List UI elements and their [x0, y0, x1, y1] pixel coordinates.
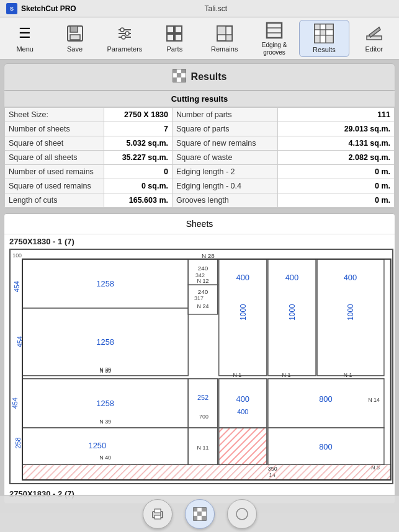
- cutting-results-title: Cutting results: [4, 91, 395, 107]
- save-label: Save: [67, 45, 83, 53]
- main-toolbar: ☰ Menu Save Parameters Parts Remains Edg…: [0, 17, 399, 60]
- parameters-icon: [113, 23, 137, 45]
- svg-rect-105: [194, 508, 197, 512]
- svg-rect-113: [202, 516, 206, 520]
- page-content: Results Cutting results Sheet Size: 2750…: [0, 60, 399, 513]
- svg-rect-22: [326, 24, 333, 30]
- svg-rect-23: [315, 30, 320, 35]
- svg-text:258: 258: [14, 437, 22, 448]
- label-sq-new-remains: Square of new remains: [173, 136, 278, 151]
- parts-label: Parts: [166, 45, 182, 53]
- print-button[interactable]: [143, 499, 173, 529]
- svg-text:N 1: N 1: [233, 372, 241, 378]
- label-num-sheets: Number of sheets: [5, 122, 104, 136]
- svg-text:N 1: N 1: [282, 372, 291, 378]
- edging-icon: [262, 20, 286, 40]
- svg-text:317: 317: [194, 295, 204, 301]
- value-sq-sheet: 5.032 sq.m.: [104, 136, 173, 151]
- svg-text:N 1: N 1: [344, 372, 352, 378]
- parts-icon: [163, 23, 186, 45]
- toolbar-parameters[interactable]: Parameters: [100, 20, 150, 57]
- bottom-toolbar: [0, 495, 399, 532]
- svg-text:N 39: N 39: [99, 419, 111, 425]
- svg-rect-101: [155, 515, 161, 519]
- svg-rect-11: [167, 34, 174, 41]
- svg-rect-39: [177, 78, 181, 82]
- file-name: Tali.sct: [205, 4, 228, 13]
- value-num-parts: 111: [278, 108, 395, 122]
- label-num-parts: Number of parts: [173, 108, 278, 122]
- remains-icon: [213, 23, 236, 45]
- svg-rect-2: [70, 35, 80, 40]
- svg-text:N 39: N 39: [99, 368, 111, 374]
- toolbar-parts[interactable]: Parts: [150, 20, 199, 57]
- toolbar-results[interactable]: Results: [299, 20, 349, 57]
- table-row: Square of used remains 0 sq.m. Edging le…: [5, 179, 395, 193]
- svg-text:1250: 1250: [88, 441, 106, 450]
- app-title: S SketchCut PRO: [6, 3, 76, 14]
- label-num-used-remains: Number of used remains: [5, 165, 104, 179]
- menu-label: Menu: [16, 45, 34, 53]
- svg-text:400: 400: [236, 273, 249, 282]
- svg-text:1258: 1258: [96, 337, 114, 347]
- table-row: Number of used remains 0 Edging length -…: [5, 165, 395, 179]
- grid-button[interactable]: [185, 499, 215, 529]
- svg-text:700: 700: [199, 414, 208, 420]
- app-name: SketchCut PRO: [21, 4, 76, 13]
- svg-text:400: 400: [285, 273, 298, 282]
- edging-label: Edging & grooves: [262, 42, 287, 56]
- circle-button[interactable]: [227, 499, 257, 529]
- svg-rect-111: [194, 516, 197, 520]
- svg-rect-15: [226, 35, 232, 41]
- svg-point-114: [236, 508, 248, 520]
- title-bar: S SketchCut PRO Tali.sct: [0, 0, 399, 17]
- toolbar-editor[interactable]: Editor: [349, 20, 399, 57]
- toolbar-edging[interactable]: Edging & grooves: [249, 20, 299, 57]
- results-icon: [312, 22, 336, 45]
- value-length-cuts: 165.603 m.: [104, 193, 173, 208]
- svg-text:800: 800: [319, 394, 332, 404]
- label-grooves: Grooves length: [173, 193, 278, 208]
- sheets-title: Sheets: [4, 214, 395, 234]
- svg-rect-10: [175, 26, 182, 33]
- svg-text:252: 252: [197, 394, 208, 401]
- svg-rect-88: [219, 428, 267, 464]
- save-icon: [63, 23, 87, 45]
- results-title: Results: [191, 71, 227, 82]
- svg-rect-27: [320, 35, 326, 43]
- value-sq-parts: 29.013 sq.m.: [278, 122, 395, 136]
- toolbar-menu[interactable]: ☰ Menu: [0, 20, 50, 57]
- value-sq-used-remains: 0 sq.m.: [104, 179, 173, 193]
- svg-text:N 11: N 11: [197, 445, 209, 451]
- svg-text:400: 400: [344, 273, 357, 282]
- menu-icon: ☰: [13, 23, 37, 45]
- value-edging-2: 0 m.: [278, 165, 395, 179]
- svg-text:342: 342: [195, 272, 205, 278]
- table-row: Sheet Size: 2750 X 1830 Number of parts …: [5, 108, 395, 122]
- toolbar-remains[interactable]: Remains: [200, 20, 249, 57]
- app-logo: S: [6, 3, 17, 14]
- svg-rect-108: [194, 512, 197, 516]
- svg-text:454: 454: [11, 397, 19, 409]
- svg-point-8: [122, 35, 125, 39]
- parameters-label: Parameters: [107, 45, 143, 53]
- svg-rect-16: [267, 23, 282, 38]
- svg-rect-33: [177, 69, 181, 73]
- label-sq-all-sheets: Square of all sheets: [5, 151, 104, 165]
- svg-text:N 14: N 14: [368, 397, 380, 403]
- toolbar-save[interactable]: Save: [50, 20, 99, 57]
- results-header: Results: [4, 63, 395, 91]
- value-grooves: 0 m.: [278, 193, 395, 208]
- svg-text:240: 240: [198, 265, 208, 272]
- svg-rect-14: [217, 26, 226, 35]
- label-sq-used-remains: Square of used remains: [5, 179, 104, 193]
- value-sq-waste: 2.082 sq.m.: [278, 151, 395, 165]
- svg-rect-32: [173, 69, 177, 73]
- svg-rect-34: [181, 69, 186, 73]
- sheet-diagram: 100 1258 454 240 342 N 12 N 28 400: [9, 249, 393, 484]
- table-row: Square of sheet 5.032 sq.m. Square of ne…: [5, 136, 395, 151]
- svg-text:N 28: N 28: [202, 252, 215, 259]
- svg-text:1258: 1258: [96, 399, 114, 408]
- svg-rect-26: [315, 35, 320, 43]
- value-sq-new-remains: 4.131 sq.m.: [278, 136, 395, 151]
